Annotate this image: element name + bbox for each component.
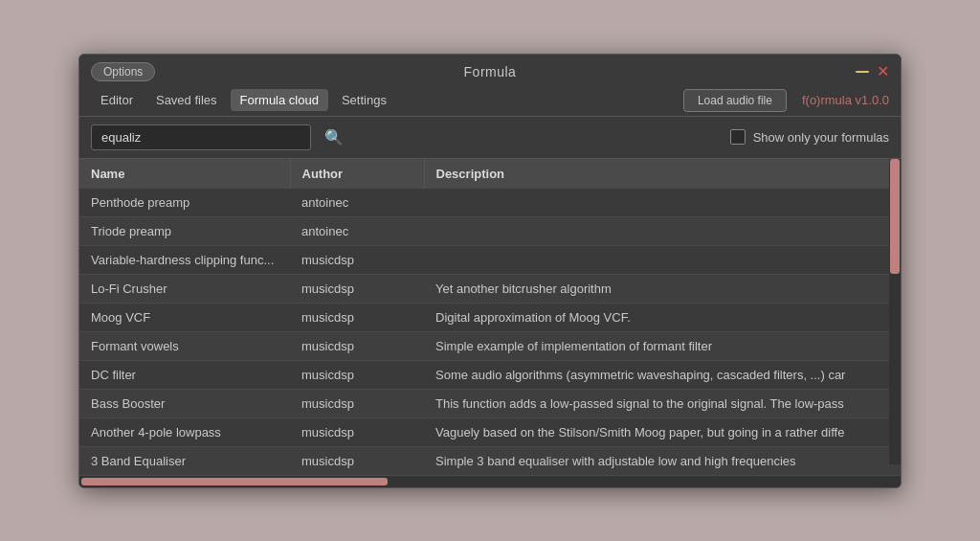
cell-author: musicdsp	[290, 331, 424, 360]
results-table: Name Author Description Penthode preamp …	[79, 159, 901, 476]
show-only-checkbox[interactable]	[730, 129, 746, 145]
titlebar: Options Formula ✕	[79, 55, 901, 85]
table-container: Name Author Description Penthode preamp …	[79, 159, 901, 487]
table-row[interactable]: Lo-Fi Crusher musicdsp Yet another bitcr…	[79, 274, 901, 303]
vertical-scrollbar-thumb[interactable]	[890, 159, 900, 274]
cell-name: DC filter	[79, 360, 290, 389]
cell-description	[424, 216, 901, 245]
menubar: Editor Saved files Formula cloud Setting…	[79, 85, 901, 117]
table-header-row: Name Author Description	[79, 159, 901, 189]
cell-description	[424, 189, 901, 217]
cell-description: This function adds a low-passed signal t…	[424, 389, 901, 417]
version-label: f(o)rmula v1.0.0	[802, 93, 889, 107]
search-icon[interactable]: 🔍	[319, 126, 349, 148]
cell-description: Yet another bitcrusher algorithm	[424, 274, 901, 303]
menu-saved-files[interactable]: Saved files	[146, 89, 227, 111]
close-button[interactable]: ✕	[877, 64, 889, 79]
cell-author: musicdsp	[290, 274, 424, 303]
window-title: Formula	[464, 64, 517, 79]
cell-name: Variable-hardness clipping func...	[79, 245, 290, 274]
toolbar: 🔍 Show only your formulas	[79, 117, 901, 159]
vertical-scrollbar[interactable]	[889, 159, 901, 464]
table-row[interactable]: Moog VCF musicdsp Digital approximation …	[79, 303, 901, 331]
main-window: Options Formula ✕ Editor Saved files For…	[78, 54, 902, 488]
cell-name: Another 4-pole lowpass	[79, 417, 290, 446]
show-only-label: Show only your formulas	[753, 130, 889, 145]
cell-description: Simple 3 band equaliser with adjustable …	[424, 446, 901, 475]
horizontal-scrollbar-thumb[interactable]	[81, 478, 388, 485]
cell-name: Penthode preamp	[79, 189, 290, 217]
cell-name: Triode preamp	[79, 216, 290, 245]
cell-author: antoinec	[290, 216, 424, 245]
cell-description: Digital approximation of Moog VCF.	[424, 303, 901, 331]
table-row[interactable]: Triode preamp antoinec	[79, 216, 901, 245]
cell-description: Some audio algorithms (asymmetric wavesh…	[424, 360, 901, 389]
options-button[interactable]: Options	[91, 62, 155, 81]
show-only-container: Show only your formulas	[730, 129, 889, 145]
cell-name: Moog VCF	[79, 303, 290, 331]
minimize-button[interactable]	[856, 71, 869, 73]
search-input[interactable]	[91, 124, 311, 150]
menu-right: Load audio file f(o)rmula v1.0.0	[683, 89, 889, 112]
window-controls: ✕	[856, 64, 889, 79]
cell-description: Vaguely based on the Stilson/Smith Moog …	[424, 417, 901, 446]
table-row[interactable]: DC filter musicdsp Some audio algorithms…	[79, 360, 901, 389]
menu-editor[interactable]: Editor	[91, 89, 143, 111]
cell-author: musicdsp	[290, 303, 424, 331]
horizontal-scrollbar[interactable]	[79, 476, 901, 487]
cell-name: 3 Band Equaliser	[79, 446, 290, 475]
cell-author: musicdsp	[290, 245, 424, 274]
menu-formula-cloud[interactable]: Formula cloud	[231, 89, 328, 111]
table-row[interactable]: Penthode preamp antoinec	[79, 189, 901, 217]
cell-name: Formant vowels	[79, 331, 290, 360]
cell-author: musicdsp	[290, 360, 424, 389]
cell-author: antoinec	[290, 189, 424, 217]
table-row[interactable]: Another 4-pole lowpass musicdsp Vaguely …	[79, 417, 901, 446]
cell-author: musicdsp	[290, 389, 424, 417]
table-row[interactable]: 3 Band Equaliser musicdsp Simple 3 band …	[79, 446, 901, 475]
col-header-description: Description	[424, 159, 901, 189]
cell-name: Lo-Fi Crusher	[79, 274, 290, 303]
cell-description: Simple example of implementation of form…	[424, 331, 901, 360]
load-audio-button[interactable]: Load audio file	[683, 89, 787, 112]
col-header-author: Author	[290, 159, 424, 189]
cell-author: musicdsp	[290, 417, 424, 446]
menu-settings[interactable]: Settings	[332, 89, 396, 111]
table-row[interactable]: Variable-hardness clipping func... music…	[79, 245, 901, 274]
table-row[interactable]: Formant vowels musicdsp Simple example o…	[79, 331, 901, 360]
table-row[interactable]: Bass Booster musicdsp This function adds…	[79, 389, 901, 417]
cell-name: Bass Booster	[79, 389, 290, 417]
cell-description	[424, 245, 901, 274]
col-header-name: Name	[79, 159, 290, 189]
cell-author: musicdsp	[290, 446, 424, 475]
